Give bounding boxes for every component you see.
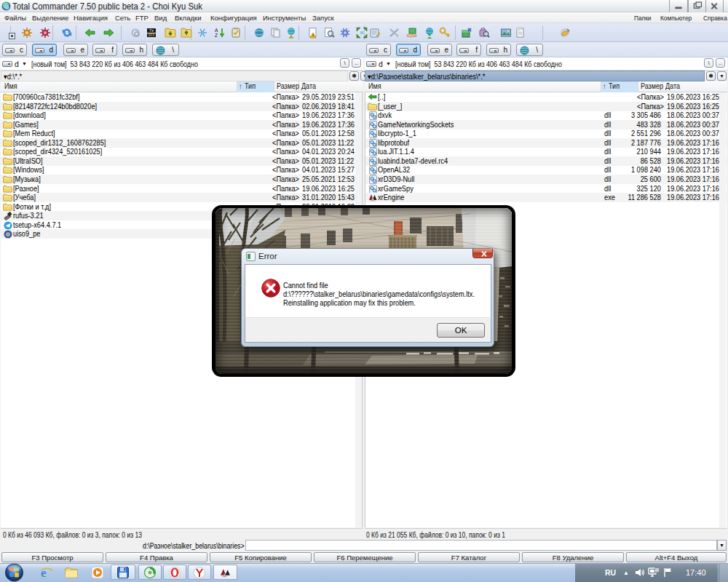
svg-text:SFX: SFX: [149, 33, 155, 37]
svg-text:Z: Z: [215, 33, 218, 38]
svg-text:A: A: [215, 28, 218, 33]
svg-text:7z: 7z: [149, 28, 154, 33]
